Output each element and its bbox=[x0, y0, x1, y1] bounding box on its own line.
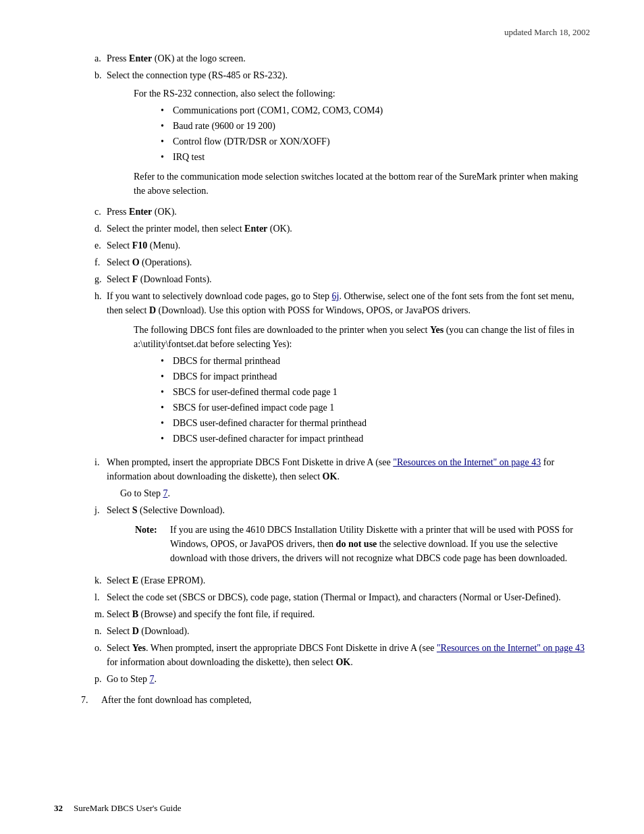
bold-b: B bbox=[132, 609, 138, 619]
list-content-o: Select Yes. When prompted, insert the ap… bbox=[107, 641, 590, 669]
list-label: p. bbox=[95, 672, 107, 686]
list-label: a. bbox=[95, 51, 107, 66]
list-item: l. Select the code set (SBCS or DBCS), c… bbox=[81, 590, 590, 604]
list-content-k: Select E (Erase EPROM). bbox=[107, 573, 590, 588]
list-content: Select F10 (Menu). bbox=[107, 238, 590, 253]
list-item: d. Select the printer model, then select… bbox=[81, 221, 590, 236]
list-content-p: Go to Step 7. bbox=[107, 672, 590, 686]
list-label: n. bbox=[95, 624, 107, 638]
list-label: g. bbox=[95, 272, 107, 286]
list-content-m: Select B (Browse) and specify the font f… bbox=[107, 607, 590, 621]
bold-enter-d: Enter bbox=[244, 224, 267, 234]
bold-ok-o: OK bbox=[336, 657, 350, 667]
list-item: SBCS for user-defined impact code page 1 bbox=[161, 400, 590, 415]
list-content-l: Select the code set (SBCS or DBCS), code… bbox=[107, 590, 590, 604]
bold-f: F bbox=[132, 274, 138, 284]
list-item: b. Select the connection type (RS-485 or… bbox=[81, 68, 590, 202]
note-block: Note: If you are using the 4610 DBCS Ins… bbox=[135, 523, 590, 565]
note-label: Note: bbox=[135, 523, 170, 565]
list-item: f. Select O (Operations). bbox=[81, 255, 590, 269]
list-label: l. bbox=[95, 590, 107, 604]
list-item: i. When prompted, insert the appropriate… bbox=[81, 455, 590, 500]
step-7-container: 7. After the font download has completed… bbox=[81, 693, 590, 707]
list-content-n: Select D (Download). bbox=[107, 624, 590, 638]
bold-enter: Enter bbox=[129, 53, 152, 63]
list-item: SBCS for user-defined thermal code page … bbox=[161, 385, 590, 399]
refer-note: Refer to the communication mode selectio… bbox=[134, 170, 590, 198]
list-label: f. bbox=[95, 255, 107, 269]
list-label: i. bbox=[95, 455, 107, 484]
list-label: k. bbox=[95, 573, 107, 588]
list-item: p. Go to Step 7. bbox=[81, 672, 590, 686]
list-item: h. If you want to selectively download c… bbox=[81, 289, 590, 452]
list-content: Select the printer model, then select En… bbox=[107, 221, 590, 236]
bold-ok-i: OK bbox=[323, 471, 338, 481]
list-label: h. bbox=[95, 289, 107, 317]
list-content-h: If you want to selectively download code… bbox=[107, 289, 590, 317]
note-content: If you are using the 4610 DBCS Installat… bbox=[170, 523, 590, 565]
list-label: m. bbox=[95, 607, 107, 621]
list-item: Baud rate (9600 or 19 200) bbox=[161, 119, 590, 133]
list-item: m. Select B (Browse) and specify the fon… bbox=[81, 607, 590, 621]
alpha-list: a. Press Enter (OK) at the logo screen. … bbox=[81, 51, 590, 686]
list-item: n. Select D (Download). bbox=[81, 624, 590, 638]
list-item: c. Press Enter (OK). bbox=[81, 205, 590, 219]
bold-enter-c: Enter bbox=[129, 207, 152, 217]
page: updated March 18, 2002 a. Press Enter (O… bbox=[0, 0, 644, 834]
list-item: o. Select Yes. When prompted, insert the… bbox=[81, 641, 590, 669]
list-content: Select the connection type (RS-485 or RS… bbox=[107, 68, 590, 82]
h-sub-content: The following DBCS font files are downlo… bbox=[134, 323, 590, 448]
list-item: Communications port (COM1, COM2, COM3, C… bbox=[161, 103, 590, 118]
sub-content: For the RS-232 connection, also select t… bbox=[134, 86, 590, 198]
bold-d-n: D bbox=[132, 626, 139, 636]
i-goto: Go to Step 7. bbox=[120, 486, 590, 500]
list-content-i: When prompted, insert the appropriate DB… bbox=[107, 455, 590, 484]
bold-do-not-use: do not use bbox=[336, 539, 377, 549]
step-7-content: After the font download has completed, bbox=[101, 693, 251, 707]
note-inner: Note: If you are using the 4610 DBCS Ins… bbox=[135, 523, 590, 565]
footer: 32 SureMark DBCS User's Guide bbox=[0, 803, 644, 814]
header: updated March 18, 2002 bbox=[81, 27, 590, 38]
list-item: g. Select F (Download Fonts). bbox=[81, 272, 590, 286]
step-7-number: 7. bbox=[81, 693, 101, 707]
bold-o: O bbox=[132, 257, 140, 267]
resources-link-o[interactable]: "Resources on the Internet" on page 43 bbox=[437, 643, 585, 653]
list-content: Press Enter (OK) at the logo screen. bbox=[107, 51, 590, 66]
list-item: j. Select S (Selective Download). Note: … bbox=[81, 503, 590, 571]
resources-link-i[interactable]: "Resources on the Internet" on page 43 bbox=[393, 457, 541, 467]
bold-d-h: D bbox=[149, 305, 156, 315]
footer-title: SureMark DBCS User's Guide bbox=[74, 803, 181, 814]
list-item: DBCS user-defined character for thermal … bbox=[161, 416, 590, 430]
update-date: updated March 18, 2002 bbox=[504, 27, 590, 37]
bold-e: E bbox=[132, 575, 138, 585]
bold-f10: F10 bbox=[132, 240, 148, 251]
list-content: Press Enter (OK). bbox=[107, 205, 590, 219]
step-6j-link[interactable]: 6j bbox=[332, 291, 340, 301]
list-content-j: Select S (Selective Download). bbox=[107, 503, 590, 517]
list-content: Select F (Download Fonts). bbox=[107, 272, 590, 286]
step-7-link-i[interactable]: 7 bbox=[163, 488, 167, 498]
list-item: a. Press Enter (OK) at the logo screen. bbox=[81, 51, 590, 66]
list-item: IRQ test bbox=[161, 150, 590, 164]
content: a. Press Enter (OK) at the logo screen. … bbox=[81, 51, 590, 707]
footer-page-number: 32 bbox=[54, 803, 63, 814]
bullet-list: Communications port (COM1, COM2, COM3, C… bbox=[161, 103, 590, 164]
list-content: Select O (Operations). bbox=[107, 255, 590, 269]
list-label: j. bbox=[95, 503, 107, 517]
list-item: e. Select F10 (Menu). bbox=[81, 238, 590, 253]
list-label: c. bbox=[95, 205, 107, 219]
list-item: Control flow (DTR/DSR or XON/XOFF) bbox=[161, 134, 590, 149]
list-item: DBCS for thermal printhead bbox=[161, 354, 590, 368]
list-label: d. bbox=[95, 221, 107, 236]
bold-s: S bbox=[132, 505, 138, 515]
list-label: b. bbox=[95, 68, 107, 82]
list-item: k. Select E (Erase EPROM). bbox=[81, 573, 590, 588]
list-label: o. bbox=[95, 641, 107, 669]
bold-yes-o: Yes bbox=[132, 643, 146, 653]
list-label: e. bbox=[95, 238, 107, 253]
h-bullet-list: DBCS for thermal printhead DBCS for impa… bbox=[161, 354, 590, 446]
list-item: DBCS for impact printhead bbox=[161, 369, 590, 384]
step-7-link-p[interactable]: 7 bbox=[149, 674, 154, 684]
list-item: DBCS user-defined character for impact p… bbox=[161, 432, 590, 446]
bold-yes-h: Yes bbox=[430, 325, 444, 335]
